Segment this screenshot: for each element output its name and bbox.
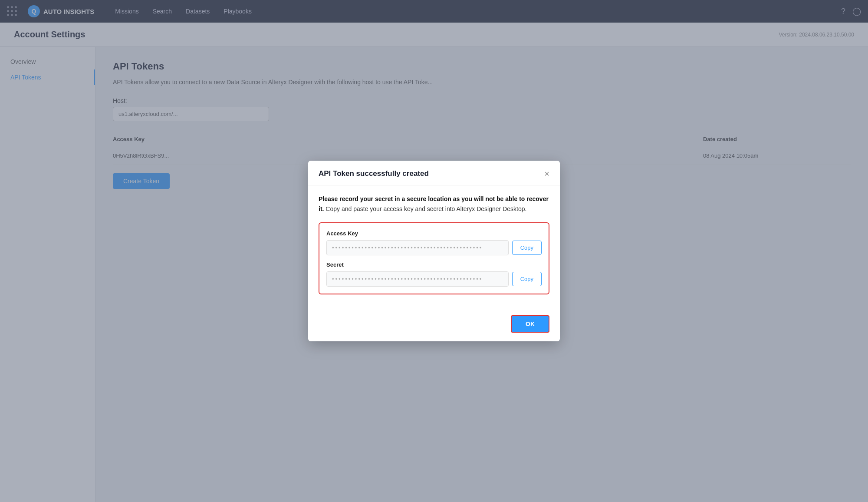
token-section: Access Key Copy Secret Copy xyxy=(319,222,549,294)
modal: API Token successfully created × Please … xyxy=(308,161,560,341)
modal-warning-rest: Copy and paste your access key and secre… xyxy=(326,205,526,212)
secret-field: Secret Copy xyxy=(326,261,542,287)
modal-footer: OK xyxy=(308,310,560,341)
modal-header: API Token successfully created × xyxy=(308,161,560,185)
modal-close-button[interactable]: × xyxy=(544,169,549,178)
ok-button[interactable]: OK xyxy=(511,315,549,333)
access-key-row: Copy xyxy=(326,240,542,255)
secret-input[interactable] xyxy=(326,271,509,287)
copy-secret-button[interactable]: Copy xyxy=(512,272,542,286)
secret-label: Secret xyxy=(326,261,542,268)
modal-warning: Please record your secret in a secure lo… xyxy=(319,194,549,214)
access-key-input[interactable] xyxy=(326,240,509,255)
modal-title: API Token successfully created xyxy=(319,169,429,178)
modal-body: Please record your secret in a secure lo… xyxy=(308,185,560,310)
access-key-label: Access Key xyxy=(326,230,542,237)
secret-row: Copy xyxy=(326,271,542,287)
modal-overlay: API Token successfully created × Please … xyxy=(0,0,868,502)
copy-access-key-button[interactable]: Copy xyxy=(512,241,542,255)
